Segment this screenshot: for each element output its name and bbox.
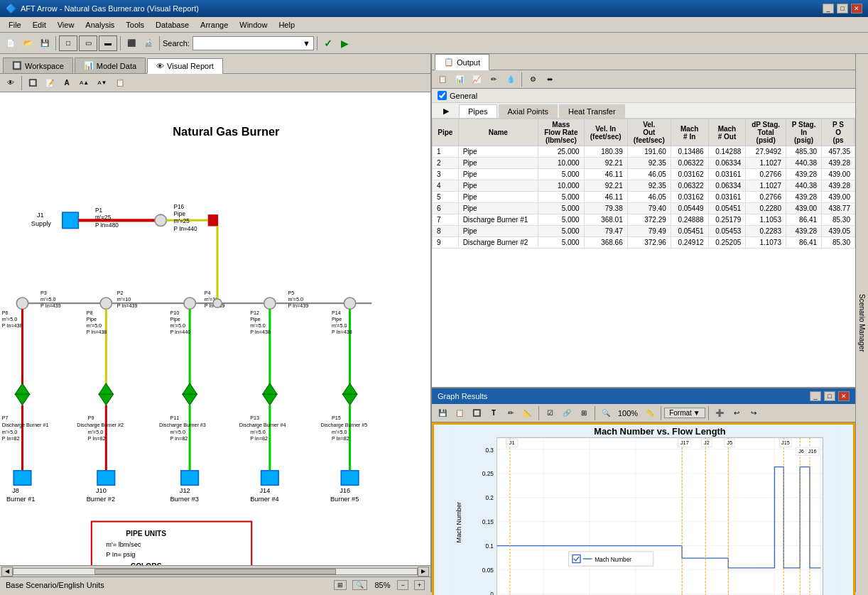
tab-heat-transfer[interactable]: Heat Transfer bbox=[559, 104, 625, 118]
horizontal-scrollbar[interactable]: ◀ ▶ bbox=[0, 565, 430, 577]
table-row[interactable]: 3Pipe5.00046.1146.050.031620.031610.2766… bbox=[433, 169, 855, 180]
table-row[interactable]: 8Pipe5.00079.4779.490.054510.054530.2283… bbox=[433, 226, 855, 237]
table-row[interactable]: 9Discharge Burner #25.000368.66372.960.2… bbox=[433, 237, 855, 249]
node-j-4[interactable] bbox=[264, 298, 276, 309]
vt-btn-7[interactable]: 📋 bbox=[112, 75, 128, 91]
check-button[interactable]: ✓ bbox=[320, 36, 336, 51]
node-j12[interactable] bbox=[181, 471, 199, 485]
new-button[interactable]: 📄 bbox=[3, 36, 18, 51]
node-j14[interactable] bbox=[261, 471, 279, 485]
gt-btn-1[interactable]: 💾 bbox=[435, 405, 450, 421]
menu-arrange[interactable]: Arrange bbox=[195, 19, 234, 31]
menu-analysis[interactable]: Analysis bbox=[80, 19, 120, 31]
gt-btn-7[interactable]: ☑ bbox=[542, 405, 558, 421]
search-input[interactable] bbox=[196, 39, 303, 48]
node-j-3[interactable] bbox=[184, 298, 195, 309]
save-button[interactable]: 💾 bbox=[37, 36, 53, 51]
ot-btn-4[interactable]: ✏ bbox=[486, 72, 501, 87]
tab-output[interactable]: 📋 Output bbox=[435, 54, 489, 70]
table-row[interactable]: 5Pipe5.00046.1146.050.031620.031610.2766… bbox=[433, 192, 855, 203]
search-box[interactable]: ▼ bbox=[192, 36, 314, 50]
gt-btn-10[interactable]: 🔍 bbox=[598, 405, 614, 421]
output-table-wrap[interactable]: Pipe Name MassFlow Rate(lbm/sec) Vel. In… bbox=[432, 119, 855, 387]
search-dropdown[interactable]: ▼ bbox=[303, 39, 310, 48]
gt-btn-4[interactable]: T bbox=[486, 405, 501, 421]
valve-3[interactable] bbox=[183, 383, 197, 394]
table-row[interactable]: 4Pipe10.00092.2192.350.063220.063341.102… bbox=[433, 180, 855, 192]
zoom-button[interactable]: 🔍 bbox=[352, 580, 367, 590]
maximize-button[interactable]: □ bbox=[837, 4, 848, 13]
gt-btn-6[interactable]: 📐 bbox=[520, 405, 536, 421]
menu-edit[interactable]: Edit bbox=[27, 19, 52, 31]
close-button[interactable]: ✕ bbox=[851, 4, 862, 13]
run-button[interactable]: ▶ bbox=[337, 36, 353, 51]
general-checkbox[interactable] bbox=[438, 91, 447, 100]
menu-window[interactable]: Window bbox=[234, 19, 273, 31]
menu-help[interactable]: Help bbox=[273, 19, 300, 31]
gt-btn-2[interactable]: 📋 bbox=[452, 405, 467, 421]
node-left[interactable] bbox=[16, 298, 28, 309]
tab-model-data[interactable]: 📊 Model Data bbox=[75, 58, 146, 73]
ot-btn-6[interactable]: ⚙ bbox=[525, 72, 541, 87]
graph-maximize[interactable]: □ bbox=[824, 391, 835, 401]
valve-p1[interactable] bbox=[208, 214, 218, 226]
tb-btn-4[interactable]: ⬛ bbox=[124, 36, 139, 51]
vt-btn-1[interactable]: 👁 bbox=[3, 75, 18, 91]
valve-4[interactable] bbox=[263, 383, 277, 394]
scenario-manager-sidebar[interactable]: Scenario Manager bbox=[855, 54, 868, 592]
menu-view[interactable]: View bbox=[52, 19, 80, 31]
node-top-main[interactable] bbox=[213, 299, 222, 307]
zoom-in-button[interactable]: + bbox=[414, 580, 425, 590]
gt-btn-12[interactable]: ➕ bbox=[712, 405, 727, 421]
graph-minimize[interactable]: _ bbox=[810, 391, 821, 401]
open-button[interactable]: 📂 bbox=[20, 36, 36, 51]
menu-tools[interactable]: Tools bbox=[120, 19, 150, 31]
zoom-out-button[interactable]: − bbox=[397, 580, 408, 590]
fit-button[interactable]: ⊞ bbox=[334, 580, 347, 590]
table-row[interactable]: 2Pipe10.00092.2192.350.063220.063341.102… bbox=[433, 158, 855, 169]
ot-btn-1[interactable]: 📋 bbox=[435, 72, 450, 87]
node-j-2[interactable] bbox=[100, 298, 112, 309]
tab-workspace[interactable]: 🔲 Workspace bbox=[3, 58, 73, 73]
scroll-thumb[interactable] bbox=[94, 569, 337, 574]
tab-pipes[interactable]: Pipes bbox=[459, 104, 497, 118]
node-j-5[interactable] bbox=[344, 298, 355, 309]
tab-visual-report[interactable]: 👁 Visual Report bbox=[147, 58, 223, 74]
ot-btn-7[interactable]: ⬌ bbox=[542, 72, 558, 87]
node-j16[interactable] bbox=[341, 471, 359, 485]
vt-btn-6[interactable]: A▼ bbox=[94, 75, 110, 91]
node-j10[interactable] bbox=[97, 471, 115, 485]
ot-btn-5[interactable]: 💧 bbox=[503, 72, 519, 87]
node-j8[interactable] bbox=[13, 471, 31, 485]
ot-btn-2[interactable]: 📊 bbox=[452, 72, 467, 87]
format-button[interactable]: Format ▼ bbox=[664, 408, 705, 418]
gt-btn-8[interactable]: 🔗 bbox=[559, 405, 575, 421]
menu-database[interactable]: Database bbox=[150, 19, 195, 31]
tb-btn-1[interactable]: □ bbox=[59, 36, 77, 51]
gt-btn-13[interactable]: ↩ bbox=[729, 405, 744, 421]
vt-btn-2[interactable]: 🔲 bbox=[25, 75, 40, 91]
gt-btn-3[interactable]: 🔲 bbox=[469, 405, 484, 421]
gt-btn-14[interactable]: ↪ bbox=[746, 405, 761, 421]
gt-btn-5[interactable]: ✏ bbox=[503, 405, 519, 421]
tab-axial-points[interactable]: Axial Points bbox=[499, 104, 558, 118]
vt-btn-5[interactable]: A▲ bbox=[76, 75, 92, 91]
table-row[interactable]: 7Discharge Burner #15.000368.01372.290.2… bbox=[433, 214, 855, 226]
valve-2[interactable] bbox=[99, 383, 113, 394]
scroll-track[interactable] bbox=[13, 568, 418, 575]
expand-icon[interactable]: ▶ bbox=[435, 104, 457, 118]
table-row[interactable]: 1Pipe25.000180.39191.600.134860.1428827.… bbox=[433, 146, 855, 158]
vt-btn-4[interactable]: A bbox=[59, 75, 75, 91]
graph-close[interactable]: ✕ bbox=[838, 391, 850, 401]
node-j1[interactable] bbox=[63, 212, 79, 229]
node-split-top[interactable] bbox=[155, 214, 166, 226]
tb-btn-3[interactable]: ▬ bbox=[99, 36, 117, 51]
valve-5[interactable] bbox=[342, 383, 357, 394]
minimize-button[interactable]: _ bbox=[823, 4, 834, 13]
scroll-right[interactable]: ▶ bbox=[418, 567, 429, 577]
ot-btn-3[interactable]: 📈 bbox=[469, 72, 484, 87]
gt-btn-9[interactable]: ⊞ bbox=[576, 405, 592, 421]
vt-btn-3[interactable]: 📝 bbox=[42, 75, 58, 91]
table-row[interactable]: 6Pipe5.00079.3879.400.054490.054510.2280… bbox=[433, 203, 855, 214]
tb-btn-2[interactable]: ▭ bbox=[79, 36, 97, 51]
